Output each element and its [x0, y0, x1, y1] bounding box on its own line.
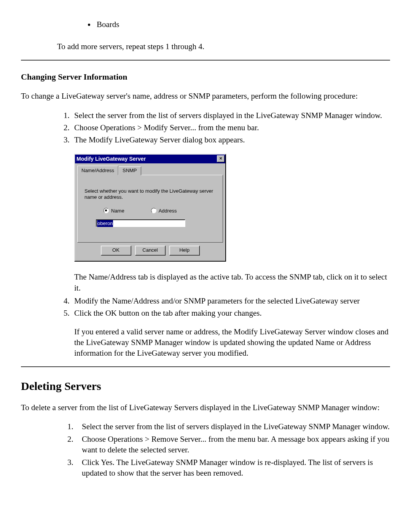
changing-steps: Select the server from the list of serve… [21, 110, 390, 359]
deleting-heading: Deleting Servers [21, 379, 390, 394]
help-button[interactable]: Help [169, 246, 200, 256]
deleting-steps: Select the server from the list of serve… [21, 421, 390, 478]
bullet-list: Boards [21, 19, 390, 30]
tab-panel: Select whether you want to modify the Li… [77, 175, 223, 243]
changing-heading: Changing Server Information [21, 71, 390, 83]
step-item: Select the server from the list of serve… [82, 421, 390, 432]
dialog-instruction: Select whether you want to modify the Li… [84, 188, 216, 201]
radio-group: Name Address [84, 208, 216, 214]
dialog-titlebar[interactable]: Modify LiveGateway Server × [75, 155, 225, 163]
step-text: Click the OK button on the tab after mak… [74, 308, 262, 318]
server-name-field[interactable]: oberon [96, 219, 185, 227]
section-divider [21, 366, 390, 367]
tab-strip: Name/Address SNMP [77, 166, 223, 176]
dialog-title: Modify LiveGateway Server [76, 155, 146, 163]
tab-name-address[interactable]: Name/Address [77, 166, 118, 176]
modify-server-dialog: Modify LiveGateway Server × Name/Address… [74, 154, 226, 262]
bullet-item: Boards [95, 19, 390, 30]
step-item: Choose Operations > Modify Server... fro… [74, 122, 390, 133]
cancel-button[interactable]: Cancel [135, 246, 166, 256]
step-item: The Modify LiveGateway Server dialog box… [74, 134, 390, 293]
step-item: Choose Operations > Remove Server... fro… [82, 434, 390, 455]
dialog-client-area: Name/Address SNMP Select whether you wan… [75, 163, 225, 261]
radio-dot-icon [151, 208, 156, 213]
radio-address[interactable]: Address [151, 208, 177, 214]
step-follow-text: If you entered a valid server name or ad… [74, 326, 390, 359]
step-item: Select the server from the list of serve… [74, 110, 390, 121]
server-name-value: oberon [97, 220, 113, 227]
section-divider [21, 60, 390, 61]
changing-intro: To change a LiveGateway server's name, a… [21, 91, 390, 101]
radio-name-label: Name [111, 208, 124, 214]
radio-address-label: Address [159, 208, 177, 214]
radio-name[interactable]: Name [104, 208, 124, 214]
step-text: The Modify LiveGateway Server dialog box… [74, 135, 245, 144]
step-item: Click the OK button on the tab after mak… [74, 308, 390, 358]
deleting-intro: To delete a server from the list of Live… [21, 402, 390, 413]
tab-snmp[interactable]: SNMP [118, 166, 141, 176]
step-follow-text: The Name/Address tab is displayed as the… [74, 272, 390, 293]
radio-dot-icon [104, 208, 109, 213]
step-item: Modify the Name/Address and/or SNMP para… [74, 296, 390, 306]
repeat-note: To add more servers, repeat steps 1 thro… [57, 41, 390, 52]
close-icon[interactable]: × [217, 155, 225, 162]
ok-button[interactable]: OK [101, 246, 131, 256]
dialog-button-row: OK Cancel Help [77, 243, 223, 259]
step-item: Click Yes. The LiveGateway SNMP Manager … [82, 457, 390, 479]
